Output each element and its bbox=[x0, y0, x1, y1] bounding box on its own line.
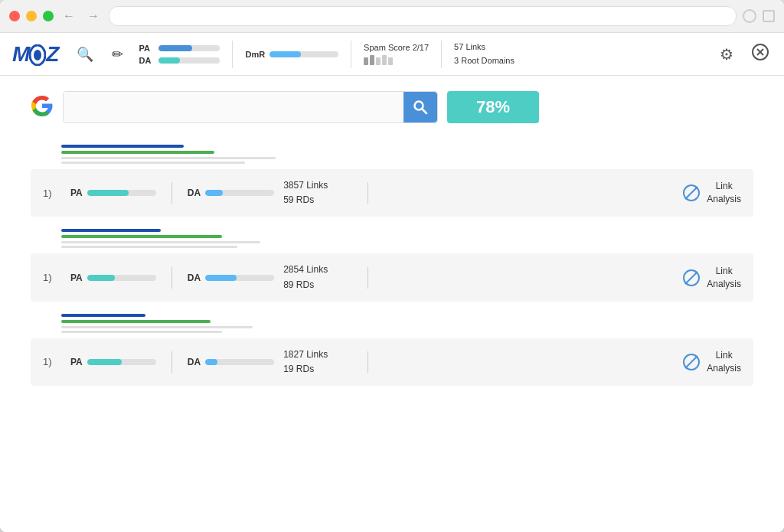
da-metric-label-3: DA bbox=[188, 357, 201, 367]
pa-bar-fill-2 bbox=[87, 275, 115, 281]
links-count-3: 1827 Links bbox=[283, 348, 352, 362]
da-bar bbox=[158, 57, 220, 64]
links-count-2: 2854 Links bbox=[283, 263, 352, 277]
result-num-1: 1) bbox=[43, 188, 61, 199]
back-button[interactable]: ← bbox=[60, 9, 78, 23]
title-line-green-3 bbox=[61, 320, 211, 323]
result-card-2: 1) PA DA 2854 Links 89 RDs bbox=[31, 253, 753, 301]
address-bar[interactable] bbox=[109, 6, 737, 26]
link-analysis-label-1: LinkAnalysis bbox=[707, 180, 741, 206]
svg-line-10 bbox=[685, 272, 697, 284]
reload-icon bbox=[743, 9, 756, 23]
search-container: 78% bbox=[31, 91, 753, 123]
da-label: DA bbox=[139, 56, 154, 65]
result-divider-3b bbox=[368, 351, 368, 373]
link-analysis-2[interactable]: LinkAnalysis bbox=[682, 265, 741, 291]
link-analysis-icon-2 bbox=[682, 269, 701, 287]
main-content: 78% 1) PA DA bbox=[0, 76, 784, 532]
moz-toolbar: M Z 🔍 ✏ PA DA bbox=[0, 33, 784, 76]
result-title-lines-1 bbox=[31, 139, 753, 169]
pa-metric-3: PA bbox=[70, 357, 156, 367]
result-card-1: 1) PA DA 3857 Links 59 RDs bbox=[31, 169, 753, 217]
search-input[interactable] bbox=[64, 92, 403, 122]
spam-bars bbox=[364, 55, 393, 65]
result-title-lines-3 bbox=[31, 308, 753, 338]
da-bar-bg-1 bbox=[205, 190, 274, 196]
pa-bar-bg-3 bbox=[87, 359, 156, 365]
search-button[interactable] bbox=[403, 92, 437, 122]
link-analysis-3[interactable]: LinkAnalysis bbox=[682, 349, 741, 375]
search-icon[interactable]: 🔍 bbox=[74, 43, 96, 66]
spam-bar-2 bbox=[370, 55, 374, 65]
title-line-gray-3a bbox=[61, 326, 253, 328]
da-bar-bg-2 bbox=[205, 275, 274, 281]
toolbar-divider-2 bbox=[351, 41, 351, 68]
pa-bar-fill-3 bbox=[87, 359, 122, 365]
svg-line-6 bbox=[422, 109, 426, 113]
browser-min-btn[interactable] bbox=[26, 11, 37, 21]
result-links-2: 2854 Links 89 RDs bbox=[283, 263, 352, 292]
result-links-3: 1827 Links 19 RDs bbox=[283, 348, 352, 377]
google-logo bbox=[31, 94, 54, 121]
browser-max-btn[interactable] bbox=[43, 11, 54, 21]
pa-da-metric: PA DA bbox=[139, 44, 220, 65]
pa-bar-fill-1 bbox=[87, 190, 129, 196]
pa-metric-label-1: PA bbox=[70, 188, 83, 198]
da-metric-label-1: DA bbox=[188, 188, 201, 198]
dmr-label: DmR bbox=[245, 50, 265, 59]
da-metric-2: DA bbox=[188, 273, 274, 283]
result-card-3: 1) PA DA 1827 Links 19 RDs bbox=[31, 338, 753, 386]
gear-icon[interactable]: ⚙ bbox=[717, 42, 737, 67]
close-icon[interactable] bbox=[749, 41, 772, 67]
spam-bar-3 bbox=[376, 57, 381, 65]
title-line-blue-3 bbox=[61, 314, 145, 317]
pa-metric-label-2: PA bbox=[70, 273, 83, 283]
title-line-green-1 bbox=[61, 151, 214, 154]
browser-chrome: ← → bbox=[0, 0, 784, 33]
links-count-1: 3857 Links bbox=[283, 178, 352, 193]
result-divider-2a bbox=[172, 267, 172, 289]
dmr-bar-fill bbox=[270, 51, 301, 57]
window-icon bbox=[763, 10, 775, 22]
da-metric-3: DA bbox=[188, 357, 274, 367]
root-domains-label: 3 Root Domains bbox=[454, 54, 514, 68]
pa-label: PA bbox=[139, 44, 154, 53]
spam-bar-5 bbox=[388, 57, 393, 65]
da-metric-label-2: DA bbox=[188, 273, 201, 283]
title-line-gray-1b bbox=[61, 162, 245, 164]
result-divider-3a bbox=[172, 351, 172, 373]
link-analysis-1[interactable]: LinkAnalysis bbox=[682, 180, 741, 206]
title-line-blue-1 bbox=[61, 145, 184, 148]
pa-metric-2: PA bbox=[70, 273, 156, 283]
result-group-1: 1) PA DA 3857 Links 59 RDs bbox=[31, 139, 753, 217]
title-line-gray-1a bbox=[61, 157, 276, 159]
dmr-bar bbox=[270, 51, 338, 57]
dmr-metric: DmR bbox=[245, 50, 338, 59]
da-bar-fill-1 bbox=[205, 190, 223, 196]
result-num-3: 1) bbox=[43, 356, 61, 367]
da-bar-fill-3 bbox=[205, 359, 217, 365]
browser-close-btn[interactable] bbox=[9, 11, 20, 21]
result-num-2: 1) bbox=[43, 272, 61, 283]
da-bar-fill bbox=[158, 57, 180, 64]
links-section: 57 Links 3 Root Domains bbox=[454, 41, 514, 67]
da-bar-fill-2 bbox=[205, 275, 237, 281]
svg-point-1 bbox=[34, 50, 41, 60]
spam-bar-4 bbox=[382, 55, 387, 65]
pa-bar-fill bbox=[158, 45, 192, 51]
edit-icon[interactable]: ✏ bbox=[109, 43, 126, 66]
search-bar-wrapper bbox=[63, 91, 438, 123]
result-group-2: 1) PA DA 2854 Links 89 RDs bbox=[31, 223, 753, 301]
result-divider-1b bbox=[368, 182, 368, 204]
link-analysis-label-3: LinkAnalysis bbox=[707, 349, 741, 375]
svg-line-8 bbox=[685, 187, 697, 199]
link-analysis-icon-3 bbox=[682, 353, 701, 371]
percent-badge: 78% bbox=[447, 91, 539, 123]
link-analysis-icon-1 bbox=[682, 184, 701, 202]
rds-count-1: 59 RDs bbox=[283, 193, 352, 207]
rds-count-3: 19 RDs bbox=[283, 362, 352, 377]
forward-button[interactable]: → bbox=[84, 9, 103, 23]
pa-metric-1: PA bbox=[70, 188, 156, 198]
toolbar-divider-1 bbox=[232, 41, 233, 68]
title-line-blue-2 bbox=[61, 229, 161, 232]
